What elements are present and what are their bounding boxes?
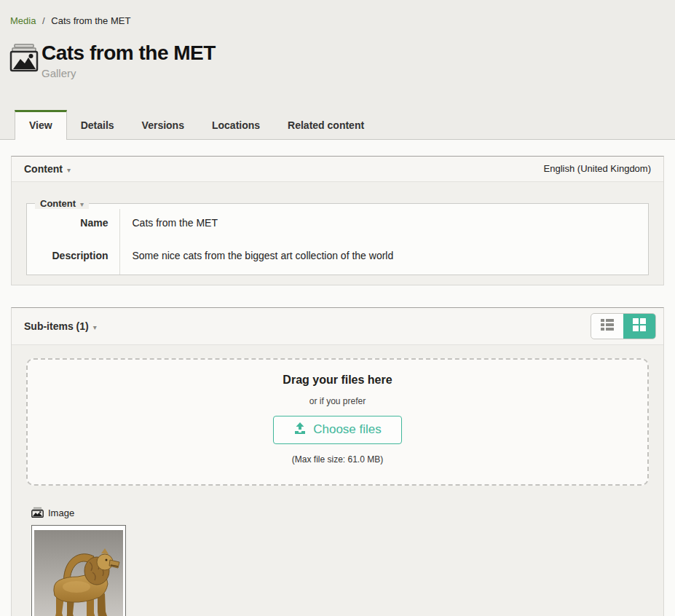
view-toggle (591, 313, 656, 339)
gallery-image-icon (9, 44, 39, 76)
tab-locations[interactable]: Locations (198, 110, 274, 139)
subitems-section-header: Sub-items (1)▾ (12, 308, 663, 345)
page-title: Cats from the MET (42, 42, 216, 65)
dropzone-title: Drag your files here (35, 374, 640, 387)
content-section-header: Content▾ English (United Kingdom) (12, 157, 663, 182)
content-section: Content▾ English (United Kingdom) Conten… (11, 156, 664, 285)
tab-versions[interactable]: Versions (128, 110, 198, 139)
list-view-icon (600, 318, 615, 333)
image-icon (31, 507, 44, 520)
grid-view-button[interactable] (623, 314, 655, 339)
tab-details[interactable]: Details (67, 110, 128, 139)
upload-icon (293, 422, 307, 438)
subitems-section-title: Sub-items (1) (24, 320, 89, 332)
subitems-section-toggle[interactable]: Sub-items (1)▾ (24, 320, 97, 332)
breadcrumb-link-media[interactable]: Media (10, 15, 36, 26)
breadcrumb-current: Cats from the MET (51, 15, 130, 26)
field-row-name: Name Cats from the MET (27, 209, 648, 242)
field-table: Name Cats from the MET Description Some … (27, 209, 648, 275)
subitems-section-body: Drag your files here or if you prefer Ch… (12, 345, 663, 616)
field-label-description: Description (27, 242, 119, 275)
breadcrumb-separator: / (42, 15, 45, 26)
dropzone-subtitle: or if you prefer (35, 396, 640, 406)
language-label: English (United Kingdom) (544, 163, 651, 174)
chevron-down-icon: ▾ (67, 166, 71, 174)
chevron-down-icon: ▾ (93, 323, 97, 331)
tab-content: Content▾ English (United Kingdom) Conten… (0, 140, 675, 616)
field-value-name: Cats from the MET (119, 209, 648, 242)
max-file-size-note: (Max file size: 61.0 MB) (35, 454, 640, 465)
subitem-type: Image (31, 507, 126, 520)
choose-files-button[interactable]: Choose files (273, 416, 402, 444)
field-label-name: Name (27, 209, 119, 242)
tabbar: View Details Versions Locations Related … (0, 110, 675, 140)
subitem-card: Image (31, 507, 126, 616)
choose-files-label: Choose files (313, 422, 382, 437)
subitem-type-label: Image (48, 508, 74, 518)
content-section-toggle[interactable]: Content▾ (24, 163, 71, 175)
content-section-body: Content▾ Name Cats from the MET Descript… (12, 182, 663, 285)
list-view-button[interactable] (591, 314, 623, 339)
content-fieldset-legend-text: Content (40, 198, 76, 209)
page-header: Cats from the MET Gallery (0, 26, 675, 79)
tab-view[interactable]: View (15, 110, 67, 140)
subitem-thumbnail[interactable] (31, 525, 126, 616)
content-fieldset: Content▾ Name Cats from the MET Descript… (26, 198, 649, 275)
breadcrumb: Media / Cats from the MET (0, 0, 675, 26)
field-row-description: Description Some nice cats from the bigg… (27, 242, 648, 275)
file-dropzone[interactable]: Drag your files here or if you prefer Ch… (26, 358, 649, 486)
grid-view-icon (632, 317, 647, 334)
chevron-down-icon: ▾ (80, 200, 84, 208)
field-value-description: Some nice cats from the biggest art coll… (119, 242, 648, 275)
content-fieldset-legend[interactable]: Content▾ (35, 198, 89, 209)
tab-related-content[interactable]: Related content (274, 110, 378, 139)
gold-lion-sculpture-photo (34, 530, 123, 616)
content-type-label: Gallery (42, 67, 216, 79)
subitems-section: Sub-items (1)▾ (11, 307, 664, 616)
content-section-title: Content (24, 163, 63, 175)
